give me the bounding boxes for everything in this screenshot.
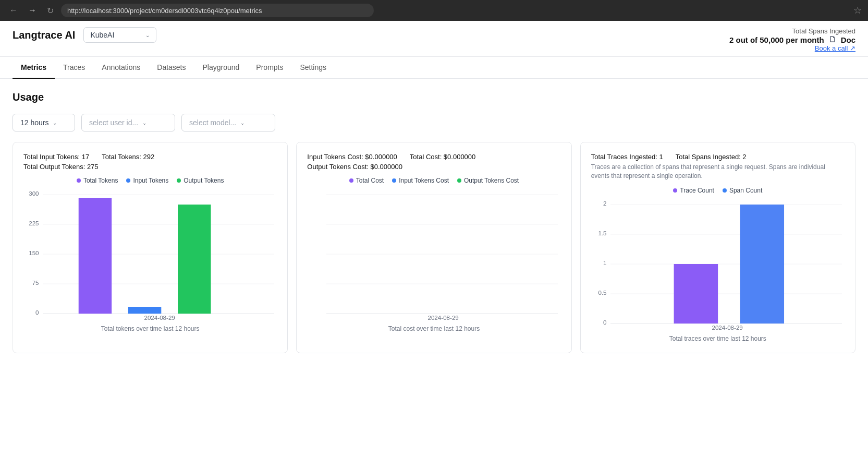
input-cost-dot (392, 178, 396, 183)
cost-chart-footer: Total cost over time last 12 hours (307, 325, 560, 332)
span-count-dot (723, 188, 727, 193)
nav-tabs: MetricsTracesAnnotationsDatasetsPlaygrou… (0, 57, 868, 79)
svg-text:2024-08-29: 2024-08-29 (144, 315, 175, 321)
hours-value: 12 hours (20, 118, 48, 127)
traces-description: Traces are a collection of spans that re… (591, 163, 845, 181)
cost-chart-area: 2024-08-29 (307, 190, 560, 321)
reload-button[interactable]: ↻ (44, 5, 57, 17)
legend-span-count: Span Count (723, 187, 762, 194)
input-tokens-cost: Input Tokens Cost: $0.000000 (307, 153, 397, 161)
header-right: Total Spans Ingested 2 out of 50,000 per… (729, 27, 855, 56)
traces-chart-svg: 2 1.5 1 0.5 0 2024-08-29 (591, 200, 845, 331)
cost-stats: Input Tokens Cost: $0.000000 Total Cost:… (307, 153, 560, 171)
total-cost: Total Cost: $0.000000 (410, 153, 475, 161)
output-tokens-bar (178, 205, 211, 314)
header-left: Langtrace AI KubeAI ⌄ (13, 27, 156, 43)
legend-total-cost: Total Cost (349, 177, 384, 184)
url-text: http://localhost:3000/project/cm0dersdl0… (67, 7, 262, 15)
tab-datasets[interactable]: Datasets (149, 57, 194, 79)
svg-text:225: 225 (29, 220, 39, 226)
svg-text:2024-08-29: 2024-08-29 (712, 325, 742, 331)
book-call-link[interactable]: Book a call ↗ (815, 44, 855, 52)
project-selector[interactable]: KubeAI ⌄ (83, 27, 156, 43)
output-tokens-label: Output Tokens (184, 177, 224, 184)
tab-settings[interactable]: Settings (291, 57, 335, 79)
user-id-placeholder: select user id... (89, 118, 138, 127)
total-spans-title: Total Spans Ingested (729, 27, 855, 35)
total-input-tokens: Total Input Tokens: 17 (23, 153, 89, 161)
tab-metrics[interactable]: Metrics (13, 57, 55, 79)
user-id-filter[interactable]: select user id... ⌄ (81, 114, 175, 131)
traces-stats: Total Traces Ingested: 1 Total Spans Ing… (591, 153, 845, 181)
input-tokens-label: Input Tokens (133, 177, 168, 184)
hours-chevron-icon: ⌄ (53, 120, 57, 126)
charts-row: Total Input Tokens: 17 Total Tokens: 292… (13, 142, 855, 353)
span-count-bar (740, 205, 784, 324)
tab-annotations[interactable]: Annotations (93, 57, 149, 79)
legend-total-tokens: Total Tokens (77, 177, 118, 184)
cost-stats-row1: Input Tokens Cost: $0.000000 Total Cost:… (307, 153, 560, 161)
model-placeholder: select model... (189, 118, 236, 127)
cost-legend: Total Cost Input Tokens Cost Output Toke… (307, 177, 560, 184)
svg-text:0: 0 (603, 319, 606, 326)
chevron-down-icon: ⌄ (145, 32, 150, 38)
svg-text:300: 300 (29, 190, 39, 197)
tokens-chart-footer: Total tokens over time last 12 hours (23, 325, 277, 332)
address-bar[interactable]: http://localhost:3000/project/cm0dersdl0… (61, 4, 374, 17)
legend-output-tokens: Output Tokens (177, 177, 224, 184)
app-header: Langtrace AI KubeAI ⌄ Total Spans Ingest… (0, 21, 868, 57)
bookmark-icon[interactable]: ☆ (853, 5, 862, 16)
forward-button[interactable]: → (25, 5, 40, 16)
browser-chrome: ← → ↻ http://localhost:3000/project/cm0d… (0, 0, 868, 21)
model-filter[interactable]: select model... ⌄ (181, 114, 275, 131)
app-logo: Langtrace AI (13, 29, 75, 41)
legend-input-tokens: Input Tokens (126, 177, 168, 184)
tokens-chart-card: Total Input Tokens: 17 Total Tokens: 292… (13, 142, 288, 353)
legend-input-cost: Input Tokens Cost (392, 177, 449, 184)
traces-chart-card: Total Traces Ingested: 1 Total Spans Ing… (580, 142, 855, 353)
output-tokens-dot (177, 178, 181, 183)
trace-count-bar (674, 264, 718, 324)
total-spans-value: 2 out of 50,000 per month (729, 35, 824, 44)
output-cost-label: Output Tokens Cost (464, 177, 519, 184)
svg-text:2024-08-29: 2024-08-29 (428, 315, 459, 321)
svg-text:1.5: 1.5 (598, 230, 606, 236)
tokens-legend: Total Tokens Input Tokens Output Tokens (23, 177, 277, 184)
output-cost-dot (457, 178, 461, 183)
traces-stats-row1: Total Traces Ingested: 1 Total Spans Ing… (591, 153, 845, 161)
tokens-stats-row1: Total Input Tokens: 17 Total Tokens: 292 (23, 153, 277, 161)
svg-text:150: 150 (29, 250, 39, 256)
main-content: Usage 12 hours ⌄ select user id... ⌄ sel… (0, 79, 868, 366)
tab-traces[interactable]: Traces (55, 57, 93, 79)
total-tokens-bar (79, 198, 112, 314)
project-name: KubeAI (90, 31, 114, 39)
tokens-stats: Total Input Tokens: 17 Total Tokens: 292… (23, 153, 277, 171)
total-cost-label: Total Cost (356, 177, 384, 184)
total-tokens: Total Tokens: 292 (102, 153, 154, 161)
cost-stats-row2: Output Tokens Cost: $0.000000 (307, 163, 560, 171)
input-tokens-bar (128, 307, 161, 314)
cost-chart-svg: 2024-08-29 (307, 190, 560, 321)
total-cost-dot (349, 178, 353, 183)
cost-chart-card: Input Tokens Cost: $0.000000 Total Cost:… (296, 142, 571, 353)
tab-prompts[interactable]: Prompts (248, 57, 291, 79)
back-button[interactable]: ← (6, 5, 21, 16)
total-spans-ingested: Total Spans Ingested: 2 (676, 153, 747, 161)
input-tokens-dot (126, 178, 130, 183)
doc-label: Doc (841, 35, 855, 44)
legend-output-cost: Output Tokens Cost (457, 177, 519, 184)
span-count-label: Span Count (729, 187, 762, 194)
tab-playground[interactable]: Playground (194, 57, 248, 79)
total-traces-ingested: Total Traces Ingested: 1 (591, 153, 663, 161)
output-tokens-cost: Output Tokens Cost: $0.000000 (307, 163, 402, 171)
traces-legend: Trace Count Span Count (591, 187, 845, 194)
svg-text:0: 0 (35, 309, 39, 316)
model-chevron-icon: ⌄ (240, 120, 244, 126)
userid-chevron-icon: ⌄ (142, 120, 146, 126)
traces-chart-footer: Total traces over time last 12 hours (591, 335, 845, 342)
tokens-stats-row2: Total Output Tokens: 275 (23, 163, 277, 171)
hours-filter[interactable]: 12 hours ⌄ (13, 114, 75, 131)
input-cost-label: Input Tokens Cost (399, 177, 449, 184)
ingested-count-row: 2 out of 50,000 per month 🗋 Doc (729, 35, 855, 44)
svg-text:1: 1 (603, 260, 606, 266)
